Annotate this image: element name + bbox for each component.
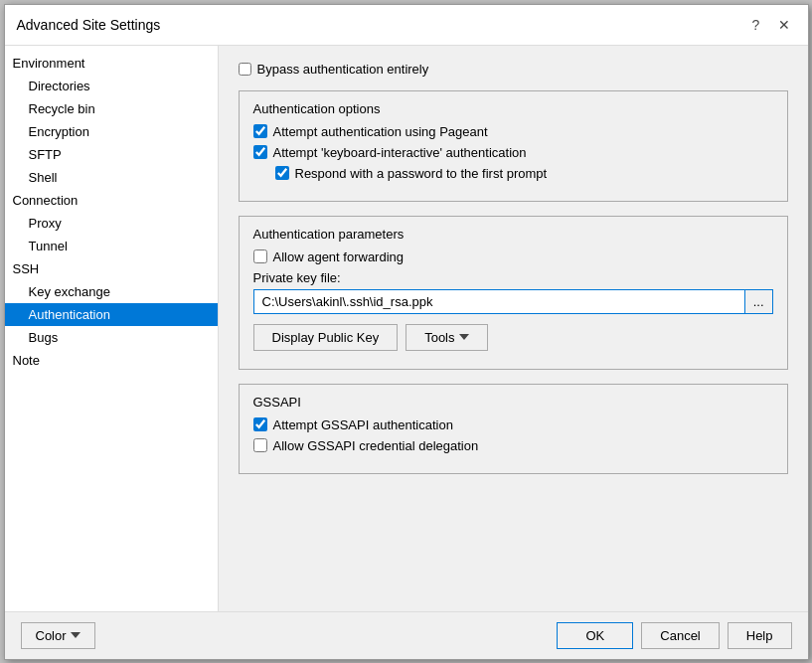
gssapi-option-1: Attempt GSSAPI authentication [253,417,773,432]
auth-option-1: Attempt authentication using Pageant [253,124,773,139]
sidebar-item-tunnel[interactable]: Tunnel [5,235,218,257]
auth-option-3: Respond with a password to the first pro… [275,166,773,181]
sidebar-item-authentication[interactable]: Authentication [5,303,218,326]
help-btn[interactable]: Help [728,622,792,649]
allow-forwarding-checkbox[interactable] [253,249,267,263]
color-btn[interactable]: Color [21,622,95,649]
content: EnvironmentDirectoriesRecycle binEncrypt… [5,46,808,611]
sidebar-item-label-environment: Environment [5,54,218,73]
auth-option-2: Attempt 'keyboard-interactive' authentic… [253,145,773,160]
close-title-btn[interactable]: ✕ [772,13,796,37]
bypass-label: Bypass authentication entirely [257,62,429,77]
dialog-title: Advanced Site Settings [17,17,161,33]
title-bar: Advanced Site Settings ? ✕ [5,5,808,46]
gssapi-attempt-label: Attempt GSSAPI authentication [273,417,453,432]
sidebar-item-label-note: Note [5,351,218,370]
tools-btn-label: Tools [424,330,454,345]
sidebar-item-label-authentication: Authentication [5,305,218,324]
dialog: Advanced Site Settings ? ✕ EnvironmentDi… [4,4,809,660]
auth-keyboard-label: Attempt 'keyboard-interactive' authentic… [273,145,527,160]
auth-password-checkbox[interactable] [275,166,289,180]
sidebar-item-label-bugs: Bugs [5,328,218,347]
bottom-left: Color [21,622,95,649]
sidebar-item-label-connection: Connection [5,191,218,210]
bottom-right: OK Cancel Help [557,622,791,649]
sidebar-item-encryption[interactable]: Encryption [5,120,218,143]
color-arrow-icon [71,632,81,638]
sidebar-item-directories[interactable]: Directories [5,75,218,97]
sidebar-item-label-ssh: SSH [5,259,218,278]
sidebar-item-proxy[interactable]: Proxy [5,212,218,235]
sidebar-item-bugs[interactable]: Bugs [5,326,218,349]
sidebar-item-label-recycle-bin: Recycle bin [5,99,218,118]
bypass-checkbox[interactable] [239,63,251,76]
color-btn-label: Color [36,628,67,643]
file-input-row: ... [253,289,773,314]
gssapi-delegation-label: Allow GSSAPI credential delegation [273,438,479,453]
gssapi-group: GSSAPI Attempt GSSAPI authentication All… [239,384,788,474]
allow-forwarding-label: Allow agent forwarding [273,249,405,264]
sidebar-item-ssh[interactable]: SSH [5,257,218,280]
sidebar-item-environment[interactable]: Environment [5,52,218,75]
sidebar-item-label-shell: Shell [5,168,218,187]
auth-pageant-checkbox[interactable] [253,124,267,138]
auth-password-label: Respond with a password to the first pro… [295,166,548,181]
bypass-row: Bypass authentication entirely [239,62,788,77]
sidebar-item-connection[interactable]: Connection [5,189,218,212]
gssapi-attempt-checkbox[interactable] [253,417,267,431]
sidebar-item-recycle-bin[interactable]: Recycle bin [5,97,218,120]
cancel-btn[interactable]: Cancel [641,622,719,649]
sidebar-item-key-exchange[interactable]: Key exchange [5,280,218,303]
gssapi-option-2: Allow GSSAPI credential delegation [253,438,773,453]
gssapi-delegation-checkbox[interactable] [253,438,267,452]
sidebar-item-label-directories: Directories [5,77,218,95]
file-browse-btn[interactable]: ... [744,289,773,314]
sidebar-item-label-tunnel: Tunnel [5,237,218,255]
sidebar-item-shell[interactable]: Shell [5,166,218,189]
sidebar-item-label-proxy: Proxy [5,214,218,233]
display-public-key-btn[interactable]: Display Public Key [253,324,399,351]
help-title-btn[interactable]: ? [744,13,768,37]
gssapi-label: GSSAPI [253,395,773,410]
private-key-input[interactable] [253,289,744,314]
ok-btn[interactable]: OK [557,622,633,649]
tools-btn[interactable]: Tools [406,324,487,351]
title-bar-buttons: ? ✕ [744,13,796,37]
tools-arrow-icon [459,334,469,340]
auth-pageant-label: Attempt authentication using Pageant [273,124,488,139]
bottom-bar: Color OK Cancel Help [5,611,808,659]
auth-options-label: Authentication options [253,101,773,116]
sidebar: EnvironmentDirectoriesRecycle binEncrypt… [5,46,219,611]
main-panel: Bypass authentication entirely Authentic… [219,46,808,611]
auth-options-group: Authentication options Attempt authentic… [239,90,788,202]
auth-keyboard-checkbox[interactable] [253,145,267,159]
sidebar-item-sftp[interactable]: SFTP [5,143,218,166]
auth-params-group: Authentication parameters Allow agent fo… [239,216,788,370]
private-key-label: Private key file: [253,270,773,285]
sidebar-item-label-encryption: Encryption [5,122,218,141]
action-button-row: Display Public Key Tools [253,324,773,351]
sidebar-item-label-key-exchange: Key exchange [5,282,218,301]
sidebar-item-label-sftp: SFTP [5,145,218,164]
sidebar-item-note[interactable]: Note [5,349,218,372]
allow-forwarding-row: Allow agent forwarding [253,249,773,264]
auth-params-label: Authentication parameters [253,227,773,242]
